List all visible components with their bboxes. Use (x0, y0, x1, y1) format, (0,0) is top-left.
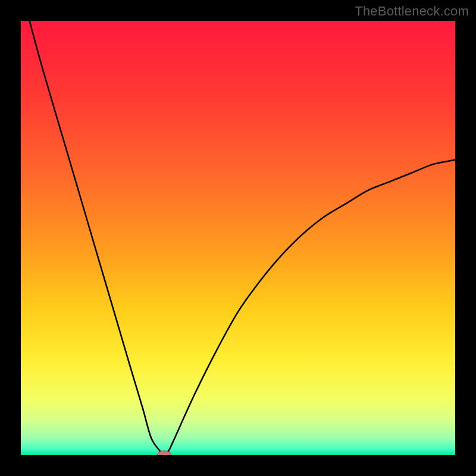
bottleneck-chart (21, 21, 455, 455)
gradient-background (21, 21, 455, 455)
outer-frame: TheBottleneck.com (0, 0, 476, 476)
watermark-text: TheBottleneck.com (355, 4, 469, 19)
plot-area (21, 21, 455, 455)
